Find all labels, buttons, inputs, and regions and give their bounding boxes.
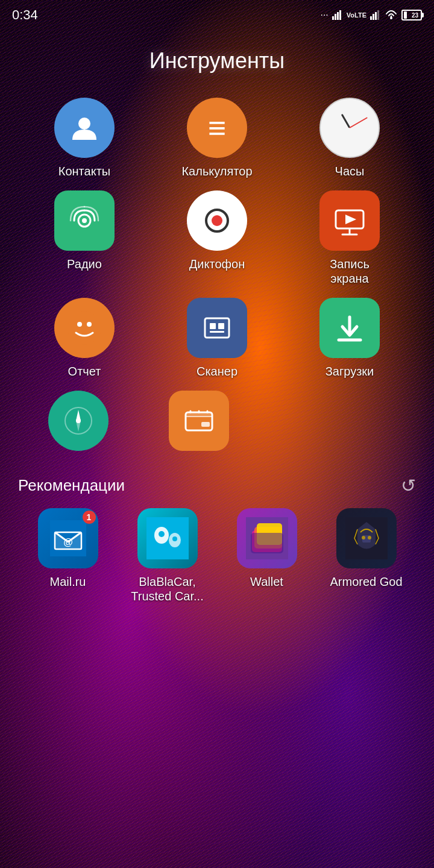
signal-bars2-icon: [370, 10, 381, 20]
dictophone-dot: [212, 215, 222, 226]
svg-point-51: [362, 536, 365, 539]
rec-item-armoredgod[interactable]: Armored God: [324, 508, 409, 589]
svg-rect-35: [201, 422, 210, 427]
wallet-label: Wallet: [250, 574, 283, 589]
rec-item-wallet[interactable]: Wallet: [225, 508, 309, 589]
screenrecord-icon: [319, 190, 380, 251]
report-icon: [54, 298, 115, 358]
scanner-label: Сканер: [197, 364, 237, 379]
svg-rect-20: [210, 323, 216, 329]
battery-fill: [404, 11, 407, 19]
mailru-icon: @ 1: [38, 508, 98, 568]
dictophone-label: Диктофон: [189, 257, 245, 271]
mailru-badge: 1: [83, 511, 96, 524]
armoredgod-icon-wrap: [336, 508, 397, 568]
contacts-icon: [54, 98, 115, 158]
svg-rect-4: [370, 16, 372, 20]
app-downloads[interactable]: Загрузки: [307, 298, 392, 379]
radio-icon: [54, 190, 115, 251]
battery-text: 23: [412, 12, 418, 19]
scanner-icon: [187, 298, 247, 358]
svg-text:@: @: [63, 537, 73, 547]
svg-rect-2: [337, 12, 339, 20]
dictophone-record-button: [205, 209, 229, 233]
blacar-icon: [137, 508, 198, 568]
svg-point-17: [77, 322, 82, 327]
app-report[interactable]: Отчет: [42, 298, 127, 379]
recommendations-section: Рекомендации ↺ @ 1: [0, 475, 434, 603]
screenrecord-label: Запись экрана: [330, 257, 370, 286]
svg-point-9: [78, 118, 90, 130]
svg-point-43: [172, 536, 177, 541]
app-radio[interactable]: Радио: [42, 190, 127, 271]
apps-row-1: Контакты ≡ Калькулятор Часы: [18, 98, 416, 178]
svg-point-42: [159, 531, 165, 537]
wallet2-icon: [169, 391, 229, 451]
app-wallet2[interactable]: [157, 391, 241, 457]
svg-point-8: [390, 17, 392, 19]
apps-row-4: [18, 391, 416, 457]
wallet-icon-wrap: [237, 508, 297, 568]
signal-bars-icon: [332, 10, 343, 20]
rec-item-mailru[interactable]: @ 1 Mail.ru: [26, 508, 110, 589]
rec-item-blacar[interactable]: BlaBlaCar,Trusted Car...: [125, 508, 210, 603]
recommendations-row: @ 1 Mail.ru: [12, 508, 422, 603]
calculator-icon: ≡: [187, 98, 247, 158]
app-scanner[interactable]: Сканер: [175, 298, 259, 379]
report-label: Отчет: [68, 364, 101, 379]
svg-rect-6: [375, 12, 377, 20]
mailru-icon-wrap: @ 1: [38, 508, 98, 568]
svg-point-11: [82, 218, 87, 223]
downloads-label: Загрузки: [326, 364, 374, 379]
svg-rect-48: [251, 533, 283, 553]
recommendations-title: Рекомендации: [18, 476, 125, 495]
apps-row-2: Радио Диктофон: [18, 190, 416, 286]
svg-rect-5: [373, 14, 374, 20]
app-dictophone[interactable]: Диктофон: [175, 190, 259, 271]
wallet-icon: [237, 508, 297, 568]
svg-rect-22: [210, 331, 224, 333]
svg-rect-0: [332, 16, 334, 20]
compass-icon: [48, 391, 108, 451]
armoredgod-label: Armored God: [330, 574, 402, 589]
volte-icon: VoLTE: [347, 11, 366, 19]
svg-point-16: [68, 311, 101, 345]
wifi-icon: [385, 10, 398, 20]
status-time: 0:34: [12, 7, 38, 23]
contacts-label: Контакты: [58, 164, 110, 178]
dictophone-icon: [187, 190, 247, 251]
refresh-icon[interactable]: ↺: [401, 475, 416, 496]
apps-grid: Контакты ≡ Калькулятор Часы: [0, 98, 434, 457]
blacar-label: BlaBlaCar,Trusted Car...: [131, 574, 203, 603]
status-icons: ··· VoLTE: [320, 10, 422, 20]
page-content: Инструменты Контакты ≡ Калькулятор: [0, 30, 434, 868]
svg-point-52: [368, 536, 371, 539]
svg-point-18: [87, 322, 92, 327]
app-compass[interactable]: [36, 391, 121, 457]
svg-rect-19: [205, 318, 229, 338]
mailru-label: Mail.ru: [49, 574, 86, 589]
app-clock[interactable]: Часы: [307, 98, 392, 178]
battery-icon: 23: [401, 10, 422, 20]
radio-label: Радио: [67, 257, 102, 271]
svg-point-28: [76, 418, 81, 423]
status-bar: 0:34 ··· VoLTE: [0, 0, 434, 30]
apps-row-3: Отчет Сканер: [18, 298, 416, 379]
clock-icon: [319, 98, 380, 158]
svg-rect-7: [377, 10, 379, 20]
svg-rect-3: [339, 10, 341, 20]
calculator-label: Калькулятор: [181, 164, 252, 178]
page-title: Инструменты: [0, 48, 434, 74]
clock-label: Часы: [335, 164, 365, 178]
svg-rect-1: [335, 14, 336, 20]
downloads-icon: [319, 298, 380, 358]
blacar-icon-wrap: [137, 508, 198, 568]
app-contacts[interactable]: Контакты: [42, 98, 127, 178]
armoredgod-icon: [336, 508, 397, 568]
app-calculator[interactable]: ≡ Калькулятор: [175, 98, 259, 178]
svg-marker-13: [345, 215, 356, 224]
app-screenrecord[interactable]: Запись экрана: [307, 190, 392, 286]
svg-rect-21: [218, 323, 224, 329]
recommendations-header: Рекомендации ↺: [12, 475, 422, 496]
signal-dots-icon: ···: [320, 10, 328, 20]
